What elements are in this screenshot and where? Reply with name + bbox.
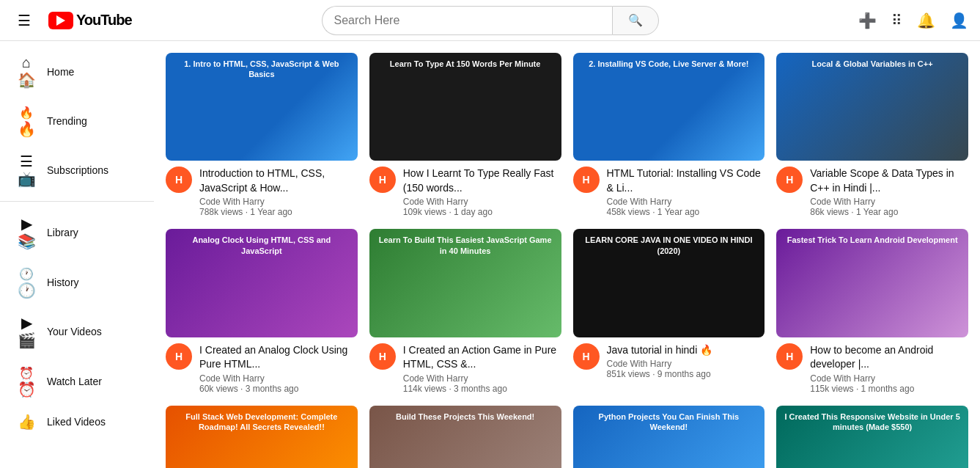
thumb-text-9: Full Stack Web Development: Complete Roa… — [166, 406, 358, 439]
video-meta-3: H HTML Tutorial: Installing VS Code & Li… — [573, 167, 765, 217]
video-thumbnail-6: Learn To Build This Easiest JavaScript G… — [369, 229, 561, 337]
video-card-12[interactable]: I Created This Responsive Website in Und… — [776, 406, 968, 468]
thumb-text-2: Learn To Type At 150 Words Per Minute — [369, 53, 561, 75]
watch-later-icon: ⏰ — [18, 364, 35, 398]
channel-avatar-2: H — [369, 167, 396, 193]
header-right: ➕ ⠿ 🔔 👤 — [822, 12, 968, 29]
video-card-6[interactable]: Learn To Build This Easiest JavaScript G… — [369, 229, 561, 393]
account-icon[interactable]: 👤 — [950, 12, 968, 29]
video-title-5: I Created an Analog Clock Using Pure HTM… — [199, 343, 358, 372]
sidebar: 🏠 Home 🔥 Trending 📺 Subscriptions 📚 Libr… — [0, 41, 154, 468]
video-thumbnail-10: Build These Projects This Weekend! — [369, 406, 561, 468]
video-card-7[interactable]: LEARN CORE JAVA IN ONE VIDEO IN HINDI (2… — [573, 229, 765, 393]
video-grid: 1. Intro to HTML, CSS, JavaScript & Web … — [166, 53, 968, 468]
video-meta-4: H Variable Scope & Data Types in C++ in … — [776, 167, 968, 217]
sidebar-trending[interactable]: 🔥 Trending — [0, 96, 154, 145]
video-card-11[interactable]: Python Projects You Can Finish This Week… — [573, 406, 765, 468]
thumb-text-12: I Created This Responsive Website in Und… — [776, 406, 968, 439]
channel-avatar-3: H — [573, 167, 600, 193]
hamburger-menu[interactable]: ☰ — [12, 6, 37, 35]
thumb-text-11: Python Projects You Can Finish This Week… — [573, 406, 765, 439]
video-title-3: HTML Tutorial: Installing VS Code & Li..… — [607, 167, 765, 195]
liked-videos-icon: 👍 — [18, 413, 35, 431]
video-thumbnail-4: Local & Global Variables in C++ — [776, 53, 968, 161]
video-meta-2: H How I Learnt To Type Really Fast (150 … — [369, 167, 561, 217]
sidebar-trending-label: Trending — [47, 115, 87, 127]
sidebar-your-videos[interactable]: 🎬 Your Videos — [0, 307, 154, 357]
video-title-6: I Created an Action Game in Pure HTML, C… — [403, 343, 561, 372]
sidebar-subscriptions[interactable]: 📺 Subscriptions — [0, 145, 154, 195]
video-channel-6: Code With Harry — [403, 373, 561, 384]
video-card-3[interactable]: 2. Installing VS Code, Live Server & Mor… — [573, 53, 765, 217]
channel-avatar-6: H — [369, 343, 396, 370]
video-title-4: Variable Scope & Data Types in C++ in Hi… — [810, 167, 968, 195]
sidebar-home[interactable]: 🏠 Home — [0, 47, 154, 96]
sidebar-history-label: History — [47, 277, 79, 288]
search-button[interactable]: 🔍 — [612, 6, 659, 35]
trending-icon: 🔥 — [18, 103, 35, 138]
video-channel-2: Code With Harry — [403, 197, 561, 207]
channel-avatar-7: H — [573, 343, 600, 370]
sidebar-divider-1 — [0, 201, 154, 202]
video-info-8: How to become an Android developer |... … — [810, 343, 968, 394]
home-icon: 🏠 — [18, 54, 35, 89]
sidebar-your-videos-label: Your Videos — [47, 326, 102, 337]
video-info-3: HTML Tutorial: Installing VS Code & Li..… — [607, 167, 765, 217]
video-channel-3: Code With Harry — [607, 197, 765, 207]
video-thumbnail-9: Full Stack Web Development: Complete Roa… — [166, 406, 358, 468]
thumb-text-1: 1. Intro to HTML, CSS, JavaScript & Web … — [166, 53, 358, 86]
sidebar-library-label: Library — [47, 227, 78, 238]
header-center: 🔍 — [158, 6, 822, 35]
video-stats-2: 109k views · 1 day ago — [403, 207, 561, 217]
video-stats-8: 115k views · 1 months ago — [810, 384, 968, 394]
video-card-5[interactable]: Analog Clock Using HTML, CSS and JavaScr… — [166, 229, 358, 393]
upload-icon[interactable]: ➕ — [858, 12, 877, 29]
your-videos-icon: 🎬 — [18, 314, 35, 349]
sidebar-liked-videos[interactable]: 👍 Liked Videos — [0, 406, 154, 438]
video-info-5: I Created an Analog Clock Using Pure HTM… — [199, 343, 358, 394]
sidebar-home-label: Home — [47, 66, 74, 78]
video-channel-1: Code With Harry — [199, 197, 358, 207]
thumb-text-4: Local & Global Variables in C++ — [776, 53, 968, 75]
search-bar: 🔍 — [322, 6, 659, 35]
video-thumbnail-2: Learn To Type At 150 Words Per Minute — [369, 53, 561, 161]
notification-icon[interactable]: 🔔 — [917, 12, 935, 29]
thumb-text-10: Build These Projects This Weekend! — [369, 406, 561, 428]
video-stats-7: 851k views · 9 months ago — [607, 369, 713, 379]
video-card-9[interactable]: Full Stack Web Development: Complete Roa… — [166, 406, 358, 468]
sidebar-watch-later[interactable]: ⏰ Watch Later — [0, 357, 154, 406]
video-card-4[interactable]: Local & Global Variables in C++ H Variab… — [776, 53, 968, 217]
video-info-7: Java tutorial in hindi 🔥 Code With Harry… — [607, 343, 713, 380]
video-info-6: I Created an Action Game in Pure HTML, C… — [403, 343, 561, 394]
video-stats-4: 86k views · 1 Year ago — [810, 207, 968, 217]
header-left: ☰ YouTube — [12, 6, 158, 35]
apps-icon[interactable]: ⠿ — [891, 12, 902, 29]
channel-avatar-5: H — [166, 343, 192, 370]
history-icon: 🕐 — [18, 265, 35, 299]
sidebar-history[interactable]: 🕐 History — [0, 257, 154, 307]
header: ☰ YouTube 🔍 ➕ ⠿ 🔔 👤 — [0, 0, 980, 41]
video-card-8[interactable]: Fastest Trick To Learn Android Developme… — [776, 229, 968, 393]
video-card-1[interactable]: 1. Intro to HTML, CSS, JavaScript & Web … — [166, 53, 358, 217]
thumb-text-3: 2. Installing VS Code, Live Server & Mor… — [573, 53, 765, 75]
search-input[interactable] — [322, 6, 612, 35]
video-card-2[interactable]: Learn To Type At 150 Words Per Minute H … — [369, 53, 561, 217]
thumb-text-8: Fastest Trick To Learn Android Developme… — [776, 229, 968, 251]
sidebar-library[interactable]: 📚 Library — [0, 208, 154, 257]
video-info-4: Variable Scope & Data Types in C++ in Hi… — [810, 167, 968, 217]
thumb-text-5: Analog Clock Using HTML, CSS and JavaScr… — [166, 229, 358, 262]
video-thumbnail-11: Python Projects You Can Finish This Week… — [573, 406, 765, 468]
video-card-10[interactable]: Build These Projects This Weekend! H 5 Q… — [369, 406, 561, 468]
video-title-8: How to become an Android developer |... — [810, 343, 968, 372]
video-channel-7: Code With Harry — [607, 359, 713, 369]
logo[interactable]: YouTube — [48, 12, 132, 29]
video-thumbnail-7: LEARN CORE JAVA IN ONE VIDEO IN HINDI (2… — [573, 229, 765, 337]
video-stats-3: 458k views · 1 Year ago — [607, 207, 765, 217]
video-thumbnail-8: Fastest Trick To Learn Android Developme… — [776, 229, 968, 337]
video-channel-8: Code With Harry — [810, 373, 968, 384]
sidebar-liked-videos-label: Liked Videos — [47, 416, 106, 428]
youtube-logo-icon — [48, 12, 73, 29]
video-title-7: Java tutorial in hindi 🔥 — [607, 343, 713, 358]
video-channel-5: Code With Harry — [199, 373, 358, 384]
channel-avatar-1: H — [166, 167, 192, 193]
